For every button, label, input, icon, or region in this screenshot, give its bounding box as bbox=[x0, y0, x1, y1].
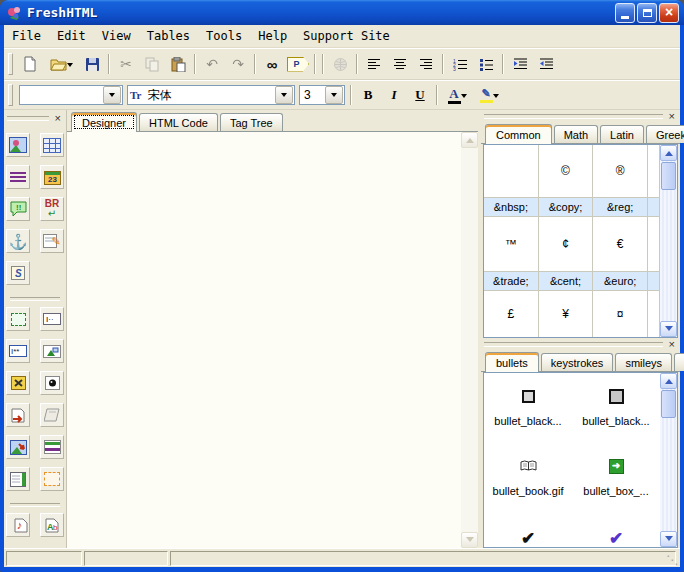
image-field-icon[interactable] bbox=[6, 435, 30, 459]
char-cell-partial[interactable] bbox=[648, 145, 660, 197]
fieldset-icon[interactable] bbox=[40, 467, 64, 491]
outdent-button[interactable] bbox=[533, 52, 559, 77]
bullet-item[interactable]: ✔ bbox=[484, 523, 572, 547]
bullet-item[interactable]: ➜ bullet_box_... bbox=[572, 451, 660, 497]
underline-button[interactable]: U bbox=[407, 83, 433, 107]
entity-cell[interactable]: &trade; bbox=[484, 271, 539, 291]
toolbar-grip[interactable] bbox=[8, 53, 13, 75]
align-center-button[interactable] bbox=[387, 52, 413, 77]
scroll-down-button[interactable] bbox=[660, 321, 677, 337]
new-button[interactable] bbox=[17, 52, 43, 77]
insert-table-icon[interactable] bbox=[40, 133, 64, 157]
font-combobox[interactable]: Tr 宋体 bbox=[127, 85, 295, 105]
line-break-icon[interactable]: BR↵ bbox=[40, 197, 64, 221]
bold-button[interactable]: B bbox=[355, 83, 381, 107]
tab-latin[interactable]: Latin bbox=[600, 125, 644, 143]
publish-button[interactable] bbox=[327, 52, 353, 77]
char-cell[interactable]: ™ bbox=[484, 217, 539, 271]
font-size-combobox[interactable]: 3 bbox=[299, 85, 345, 105]
file-field-icon[interactable] bbox=[40, 339, 64, 363]
tab-keystrokes[interactable]: keystrokes bbox=[541, 353, 614, 371]
scrollbar-track[interactable] bbox=[660, 161, 677, 321]
insert-form-icon[interactable]: ✎ bbox=[40, 229, 64, 253]
entity-cell-partial[interactable] bbox=[648, 271, 660, 291]
title-bar[interactable]: FreshHTML × bbox=[0, 0, 684, 25]
align-right-button[interactable] bbox=[413, 52, 439, 77]
scroll-down-button[interactable] bbox=[461, 532, 478, 548]
tab-designer[interactable]: Designer bbox=[71, 112, 137, 132]
paste-button[interactable] bbox=[165, 52, 191, 77]
insert-image-icon[interactable] bbox=[6, 133, 30, 157]
scroll-up-button[interactable] bbox=[660, 145, 677, 161]
indent-button[interactable] bbox=[507, 52, 533, 77]
entity-cell[interactable]: &euro; bbox=[593, 271, 648, 291]
bulleted-list-button[interactable] bbox=[473, 52, 499, 77]
push-button-icon[interactable] bbox=[40, 403, 64, 427]
char-cell-partial[interactable] bbox=[648, 217, 660, 271]
scrollbar-track[interactable] bbox=[660, 389, 677, 531]
char-cell[interactable]: £ bbox=[484, 291, 539, 337]
characters-panel-grip[interactable]: × bbox=[481, 110, 680, 123]
resize-grip[interactable]: ⋱ bbox=[666, 554, 678, 566]
entity-cell-partial[interactable] bbox=[648, 197, 660, 217]
menu-view[interactable]: View bbox=[94, 26, 139, 46]
scrollbar-thumb[interactable] bbox=[661, 162, 676, 190]
undo-button[interactable]: ↶ bbox=[199, 52, 225, 77]
char-cell[interactable]: € bbox=[593, 217, 648, 271]
char-cell[interactable]: ¤ bbox=[593, 291, 648, 337]
bullet-item[interactable]: bullet_black... bbox=[572, 381, 660, 427]
char-cell[interactable]: © bbox=[539, 145, 594, 197]
tab-greek[interactable]: Greek bbox=[646, 125, 684, 143]
find-button[interactable]: ∞ bbox=[259, 52, 285, 77]
style-dropdown-button[interactable] bbox=[103, 86, 121, 104]
scrollbar-thumb[interactable] bbox=[661, 390, 676, 418]
designer-scrollbar[interactable] bbox=[461, 132, 478, 548]
list-box-icon[interactable] bbox=[40, 435, 64, 459]
characters-scrollbar[interactable] bbox=[660, 145, 677, 337]
scrollbar-track[interactable] bbox=[461, 148, 478, 532]
font-dropdown-button[interactable] bbox=[275, 86, 293, 104]
char-cell[interactable]: ¢ bbox=[539, 217, 594, 271]
scroll-up-button[interactable] bbox=[461, 132, 478, 148]
menu-file[interactable]: File bbox=[4, 26, 49, 46]
open-dropdown-arrow[interactable] bbox=[67, 63, 73, 70]
copy-button[interactable] bbox=[139, 52, 165, 77]
entity-cell[interactable]: &reg; bbox=[593, 197, 648, 217]
menu-tables[interactable]: Tables bbox=[139, 26, 198, 46]
tab-bullets[interactable]: bullets bbox=[485, 352, 539, 372]
tab-smileys[interactable]: smileys bbox=[615, 353, 672, 371]
bullets-panel-grip[interactable]: × bbox=[481, 338, 680, 351]
insert-comment-icon[interactable]: !! bbox=[6, 197, 30, 221]
entity-cell[interactable]: &nbsp; bbox=[484, 197, 539, 217]
text-field-icon[interactable]: I·· bbox=[40, 307, 64, 331]
toolbar-grip[interactable] bbox=[8, 84, 13, 106]
submit-button-icon[interactable] bbox=[6, 403, 30, 427]
minimize-button[interactable] bbox=[615, 3, 635, 23]
scroll-up-button[interactable] bbox=[660, 373, 677, 389]
redo-button[interactable]: ↷ bbox=[225, 52, 251, 77]
char-cell[interactable]: ¥ bbox=[539, 291, 594, 337]
hidden-field-icon[interactable] bbox=[6, 371, 30, 395]
highlight-color-button[interactable]: ✎ bbox=[473, 83, 505, 107]
embed-audio-icon[interactable]: ♪ bbox=[6, 513, 30, 537]
bullets-panel-close-button[interactable]: × bbox=[667, 339, 677, 350]
numbered-list-button[interactable]: 123 bbox=[447, 52, 473, 77]
insert-date-icon[interactable]: 23 bbox=[40, 165, 64, 189]
font-style-icon[interactable]: Ab bbox=[40, 513, 64, 537]
close-button[interactable]: × bbox=[659, 3, 679, 23]
save-button[interactable] bbox=[79, 52, 105, 77]
insert-script-icon[interactable]: S bbox=[6, 261, 30, 285]
bullet-item[interactable]: ✔ bbox=[572, 523, 660, 547]
char-cell[interactable]: ® bbox=[593, 145, 648, 197]
bullet-item[interactable]: bullet_black... bbox=[484, 381, 572, 427]
entity-cell[interactable]: &copy; bbox=[539, 197, 594, 217]
menu-edit[interactable]: Edit bbox=[49, 26, 94, 46]
char-cell[interactable] bbox=[484, 145, 539, 197]
design-canvas[interactable] bbox=[67, 132, 461, 548]
menu-tools[interactable]: Tools bbox=[198, 26, 250, 46]
style-combobox[interactable] bbox=[19, 85, 123, 105]
sidebar-close-button[interactable]: × bbox=[53, 113, 63, 124]
tab-html-code[interactable]: HTML Code bbox=[139, 113, 218, 131]
bullet-item[interactable]: bullet_book.gif bbox=[484, 451, 572, 497]
tab-tables-truncated[interactable]: ta bbox=[674, 353, 684, 371]
